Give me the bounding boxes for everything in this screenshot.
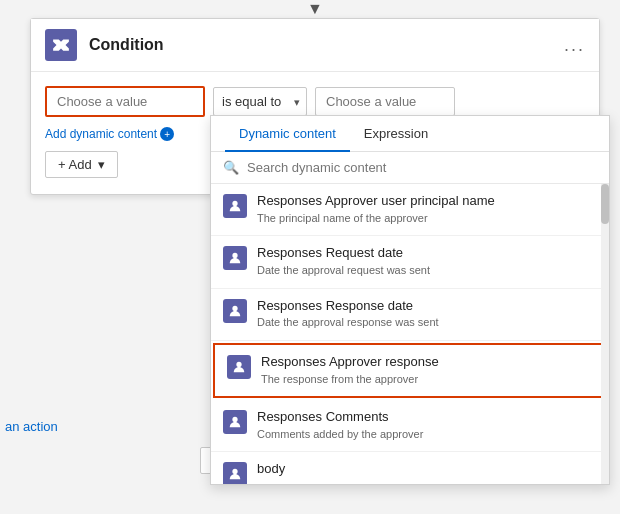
item-text-3: Responses Approver response The response… — [261, 354, 593, 387]
item-desc-0: The principal name of the approver — [257, 211, 597, 226]
item-text-5: body — [257, 461, 597, 479]
tab-expression[interactable]: Expression — [350, 116, 442, 151]
dropdown-list: Responses Approver user principal name T… — [211, 184, 609, 484]
item-svg-4 — [228, 415, 242, 429]
item-icon-2 — [223, 299, 247, 323]
item-svg-2 — [228, 304, 242, 318]
item-icon-4 — [223, 410, 247, 434]
dynamic-content-panel: Dynamic content Expression 🔍 Responses A… — [210, 115, 610, 485]
item-desc-1: Date the approval request was sent — [257, 263, 597, 278]
plus-badge-icon: + — [160, 127, 174, 141]
item-text-2: Responses Response date Date the approva… — [257, 298, 597, 331]
add-button[interactable]: + Add ▾ — [45, 151, 118, 178]
add-dynamic-label: Add dynamic content — [45, 127, 157, 141]
condition-row: is equal to — [45, 86, 585, 117]
svg-point-5 — [232, 469, 237, 474]
dropdown-item-3[interactable]: Responses Approver response The response… — [213, 343, 607, 398]
scrollbar-thumb[interactable] — [601, 184, 609, 224]
item-title-4: Responses Comments — [257, 409, 597, 426]
dropdown-tabs: Dynamic content Expression — [211, 116, 609, 152]
item-icon-1 — [223, 246, 247, 270]
card-menu-button[interactable]: ... — [564, 35, 585, 56]
svg-point-4 — [232, 417, 237, 422]
item-icon-5 — [223, 462, 247, 484]
dropdown-item-0[interactable]: Responses Approver user principal name T… — [211, 184, 609, 236]
scrollbar-track — [601, 184, 609, 484]
item-icon-0 — [223, 194, 247, 218]
item-svg-3 — [232, 360, 246, 374]
item-desc-4: Comments added by the approver — [257, 427, 597, 442]
condition-svg-icon — [52, 36, 70, 54]
svg-point-2 — [232, 305, 237, 310]
add-dropdown-chevron: ▾ — [98, 157, 105, 172]
bottom-action-text[interactable]: an action — [5, 419, 58, 434]
dropdown-item-2[interactable]: Responses Response date Date the approva… — [211, 289, 609, 341]
item-text-1: Responses Request date Date the approval… — [257, 245, 597, 278]
condition-icon — [45, 29, 77, 61]
item-title-0: Responses Approver user principal name — [257, 193, 597, 210]
item-text-4: Responses Comments Comments added by the… — [257, 409, 597, 442]
card-header: Condition ... — [31, 19, 599, 72]
item-title-3: Responses Approver response — [261, 354, 593, 371]
condition-value1-input[interactable] — [45, 86, 205, 117]
tab-dynamic-content[interactable]: Dynamic content — [225, 116, 350, 151]
operator-select[interactable]: is equal to — [213, 87, 307, 116]
condition-value2-input[interactable] — [315, 87, 455, 116]
item-text-0: Responses Approver user principal name T… — [257, 193, 597, 226]
item-title-5: body — [257, 461, 597, 478]
dropdown-item-4[interactable]: Responses Comments Comments added by the… — [211, 400, 609, 452]
item-title-2: Responses Response date — [257, 298, 597, 315]
svg-point-3 — [236, 362, 241, 367]
svg-point-0 — [232, 201, 237, 206]
search-box: 🔍 — [211, 152, 609, 184]
item-desc-3: The response from the approver — [261, 372, 593, 387]
search-icon: 🔍 — [223, 160, 239, 175]
dropdown-item-5[interactable]: body — [211, 452, 609, 484]
card-title: Condition — [89, 36, 564, 54]
search-input[interactable] — [247, 160, 597, 175]
item-svg-5 — [228, 467, 242, 481]
operator-wrapper: is equal to — [213, 87, 307, 116]
svg-point-1 — [232, 253, 237, 258]
canvas: ▼ Condition ... is equal to — [0, 0, 620, 514]
item-icon-3 — [227, 355, 251, 379]
item-title-1: Responses Request date — [257, 245, 597, 262]
add-button-label: + Add — [58, 157, 92, 172]
top-connector-arrow: ▼ — [305, 0, 325, 18]
item-svg-0 — [228, 199, 242, 213]
item-svg-1 — [228, 251, 242, 265]
dropdown-item-1[interactable]: Responses Request date Date the approval… — [211, 236, 609, 288]
item-desc-2: Date the approval response was sent — [257, 315, 597, 330]
